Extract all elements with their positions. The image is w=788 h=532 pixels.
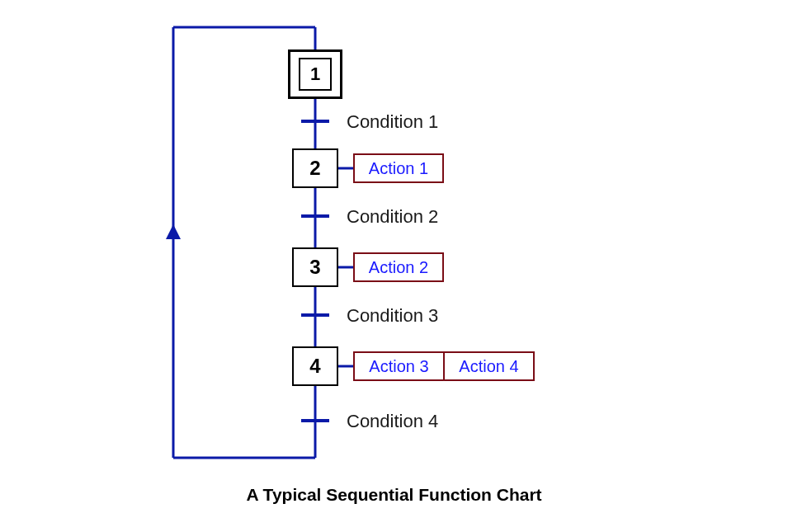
svg-marker-12 (166, 224, 181, 239)
step-2-label: 2 (309, 157, 320, 180)
action-4-label: Action 4 (445, 353, 533, 379)
step-3-label: 3 (309, 256, 320, 279)
step-4-label: 4 (309, 355, 320, 378)
action-3-label: Action 3 (355, 353, 443, 379)
action-box-3-4: Action 3 Action 4 (353, 351, 535, 381)
step-3: 3 (292, 247, 338, 287)
condition-3-label: Condition 3 (347, 305, 438, 327)
step-1-label: 1 (299, 58, 332, 91)
condition-2-label: Condition 2 (347, 206, 438, 228)
step-1-initial: 1 (288, 49, 342, 99)
action-box-1: Action 1 (353, 153, 444, 183)
sfc-diagram: 1 2 3 4 Action 1 Action 2 Action 3 Actio… (0, 0, 788, 532)
caption: A Typical Sequential Function Chart (0, 485, 788, 505)
action-box-2: Action 2 (353, 252, 444, 282)
step-4: 4 (292, 346, 338, 386)
action-1-label: Action 1 (369, 159, 428, 178)
condition-4-label: Condition 4 (347, 411, 438, 432)
step-2: 2 (292, 148, 338, 188)
action-2-label: Action 2 (369, 258, 428, 277)
condition-1-label: Condition 1 (347, 111, 438, 133)
